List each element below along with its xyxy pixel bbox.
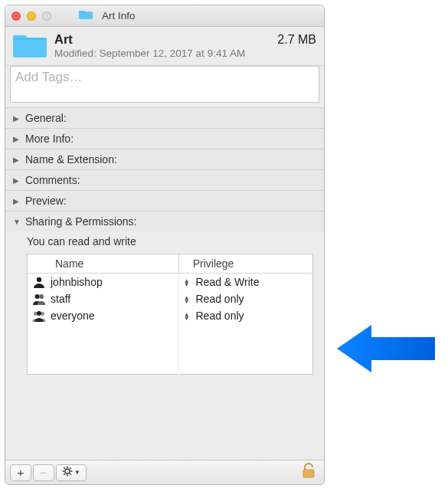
- titlebar[interactable]: Art Info: [5, 5, 324, 27]
- permissions-table: Name Privilege johnbishop: [27, 254, 313, 375]
- close-button[interactable]: [11, 11, 21, 21]
- svg-rect-15: [303, 470, 314, 477]
- stepper-icon[interactable]: ▲▼: [184, 296, 190, 303]
- section-label: General:: [25, 112, 67, 124]
- privilege-value[interactable]: Read only: [196, 310, 244, 322]
- section-label: Preview:: [25, 195, 67, 207]
- column-privilege[interactable]: Privilege: [178, 254, 312, 274]
- section-general[interactable]: General:: [5, 107, 324, 128]
- section-more-info[interactable]: More Info:: [5, 128, 324, 149]
- privilege-value[interactable]: Read only: [196, 293, 244, 305]
- section-name-extension[interactable]: Name & Extension:: [5, 149, 324, 169]
- svg-point-6: [65, 469, 70, 474]
- section-comments[interactable]: Comments:: [5, 169, 324, 190]
- footer-toolbar: + − ▼: [5, 460, 324, 484]
- chevron-down-icon: [13, 218, 22, 226]
- chevron-down-icon: ▼: [74, 469, 80, 476]
- file-name: Art: [54, 32, 73, 47]
- permissions-summary: You can read and write: [5, 231, 324, 254]
- info-window: Art Info Art 2.7 MB Modified: September …: [5, 5, 325, 485]
- chevron-right-icon: [13, 114, 22, 123]
- section-sharing-permissions[interactable]: Sharing & Permissions:: [5, 211, 324, 231]
- folder-icon: [13, 31, 47, 59]
- chevron-right-icon: [13, 176, 22, 185]
- lock-icon[interactable]: [302, 463, 315, 482]
- gear-icon: [62, 466, 73, 479]
- table-row: [28, 324, 313, 341]
- svg-line-14: [70, 467, 71, 469]
- remove-button[interactable]: −: [33, 464, 54, 481]
- column-name[interactable]: Name: [28, 254, 179, 274]
- section-preview[interactable]: Preview:: [5, 190, 324, 211]
- user-double-icon: [32, 293, 46, 305]
- svg-line-12: [70, 474, 71, 475]
- folder-icon: [79, 9, 93, 22]
- svg-point-5: [37, 311, 41, 316]
- user-name: staff: [51, 293, 70, 305]
- table-row[interactable]: everyone ▲▼ Read only: [28, 307, 313, 324]
- traffic-lights: [11, 11, 51, 21]
- privilege-value[interactable]: Read & Write: [196, 276, 260, 288]
- modified-date: Modified: September 12, 2017 at 9:41 AM: [54, 48, 316, 59]
- file-size: 2.7 MB: [277, 33, 316, 47]
- user-name: everyone: [51, 310, 95, 322]
- table-row[interactable]: staff ▲▼ Read only: [28, 290, 313, 307]
- svg-point-0: [37, 277, 41, 282]
- svg-point-2: [39, 294, 44, 299]
- section-label: Comments:: [25, 174, 80, 186]
- table-row[interactable]: johnbishop ▲▼ Read & Write: [28, 274, 313, 290]
- svg-line-13: [64, 474, 65, 475]
- section-label: Sharing & Permissions:: [25, 215, 137, 228]
- callout-arrow-icon: [337, 322, 437, 375]
- section-label: Name & Extension:: [25, 153, 117, 166]
- chevron-right-icon: [13, 197, 22, 205]
- file-header: Art 2.7 MB Modified: September 12, 2017 …: [5, 27, 324, 66]
- stepper-icon[interactable]: ▲▼: [184, 279, 190, 287]
- add-button[interactable]: +: [10, 464, 31, 481]
- table-row: [28, 341, 313, 358]
- chevron-right-icon: [13, 135, 22, 143]
- table-row: [28, 358, 313, 375]
- stepper-icon[interactable]: ▲▼: [184, 313, 190, 320]
- tags-input[interactable]: Add Tags…: [10, 66, 319, 103]
- user-name: johnbishop: [51, 276, 103, 288]
- svg-point-1: [35, 294, 40, 299]
- tags-placeholder: Add Tags…: [15, 70, 83, 84]
- user-group-icon: [32, 310, 46, 322]
- section-label: More Info:: [25, 133, 74, 145]
- zoom-button[interactable]: [42, 11, 51, 21]
- minimize-button[interactable]: [27, 11, 36, 21]
- svg-line-11: [64, 467, 65, 469]
- action-menu-button[interactable]: ▼: [56, 464, 87, 481]
- user-single-icon: [32, 276, 46, 288]
- chevron-right-icon: [13, 156, 22, 164]
- window-title: Art Info: [102, 10, 136, 21]
